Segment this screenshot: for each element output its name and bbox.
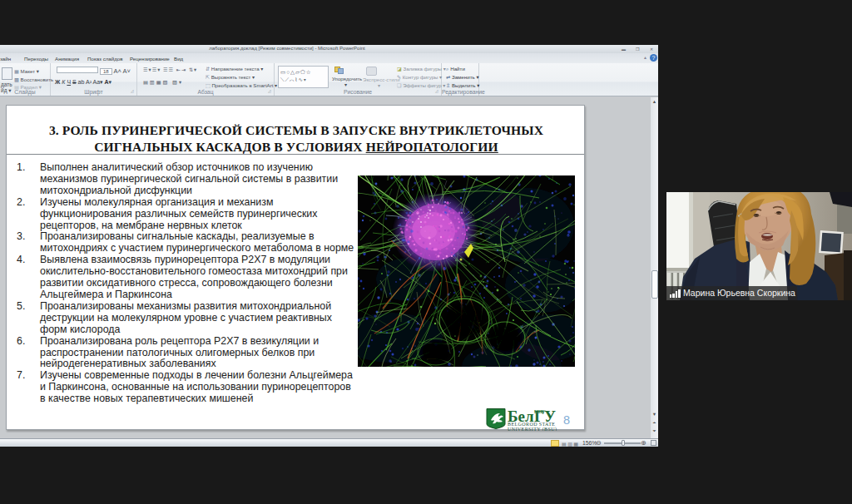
svg-text:UNIVERSITY (BSU): UNIVERSITY (BSU) bbox=[508, 427, 557, 432]
